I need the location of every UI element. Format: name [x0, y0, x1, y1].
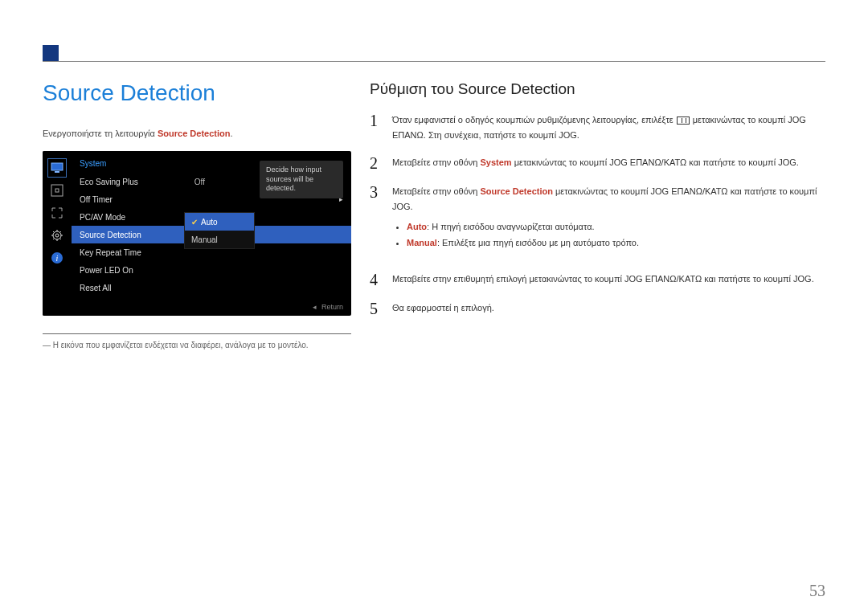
header-accent [43, 45, 59, 61]
svg-rect-0 [51, 163, 63, 170]
menu-label: Power LED On [80, 266, 176, 275]
picture-icon[interactable] [48, 182, 66, 199]
menu-reset-all[interactable]: Reset All [72, 279, 351, 296]
submenu-option-auto[interactable]: ✔Auto [185, 213, 254, 231]
step-number: 3 [370, 184, 392, 259]
menu-value: Off [176, 178, 205, 186]
osd-return[interactable]: ◂ Return [313, 303, 343, 311]
intro-text: Ενεργοποιήστε τη λειτουργία Source Detec… [43, 129, 351, 138]
right-column: Ρύθμιση του Source Detection 1 Όταν εμφα… [370, 80, 825, 329]
menu-label: Eco Saving Plus [80, 178, 176, 186]
gear-icon[interactable] [48, 227, 66, 244]
submenu-label: Manual [191, 235, 218, 244]
step-body: Μεταβείτε στην οθόνη Source Detection με… [392, 184, 825, 259]
step-1: 1 Όταν εμφανιστεί ο οδηγός κουμπιών ρυθμ… [370, 112, 825, 142]
menu-label: Source Detection [80, 231, 176, 239]
bullet-manual: Manual: Επιλέξτε μια πηγή εισόδου με μη … [407, 235, 825, 251]
submenu-label: Auto [201, 218, 218, 227]
intro-prefix: Ενεργοποιήστε τη λειτουργία [43, 129, 158, 138]
step-body: Όταν εμφανιστεί ο οδηγός κουμπιών ρυθμιζ… [392, 112, 825, 142]
menu-label: PC/AV Mode [80, 213, 176, 222]
svg-rect-2 [51, 185, 63, 196]
intro-suffix: . [230, 129, 232, 138]
menu-label: Off Timer [80, 195, 176, 204]
section-heading: Ρύθμιση του Source Detection [370, 80, 825, 98]
svg-point-5 [55, 234, 59, 237]
return-label: Return [321, 303, 343, 311]
step-5: 5 Θα εφαρμοστεί η επιλογή. [370, 300, 825, 317]
step-body: Θα εφαρμοστεί η επιλογή. [392, 300, 825, 317]
step2-keyword: System [480, 157, 511, 167]
step-4: 4 Μεταβείτε στην επιθυμητή επιλογή μετακ… [370, 272, 825, 288]
bullet-keyword: Manual [407, 238, 437, 247]
check-icon: ✔ [191, 218, 198, 227]
step3-keyword: Source Detection [480, 186, 552, 196]
svg-text:i: i [56, 254, 59, 263]
resize-icon[interactable] [48, 204, 66, 222]
osd-sidebar: i [43, 151, 72, 316]
menu-power-led[interactable]: Power LED On [72, 261, 351, 279]
step-number: 2 [370, 155, 392, 171]
bullet-text: : Επιλέξτε μια πηγή εισόδου με μη αυτόμα… [437, 238, 639, 247]
submenu: ✔Auto Manual [184, 212, 255, 249]
step-number: 5 [370, 300, 392, 317]
divider [43, 333, 351, 334]
footnote: Η εικόνα που εμφανίζεται ενδέχεται να δι… [43, 341, 351, 349]
submenu-option-manual[interactable]: Manual [185, 231, 254, 248]
step-body: Μεταβείτε στην επιθυμητή επιλογή μετακιν… [392, 272, 825, 288]
header-rule [43, 61, 825, 62]
step3-a: Μεταβείτε στην οθόνη [392, 186, 480, 196]
step-body: Μεταβείτε στην οθόνη System μετακινώντας… [392, 155, 825, 171]
bullet-auto: Auto: Η πηγή εισόδου αναγνωρίζεται αυτόμ… [407, 219, 825, 235]
step-number: 1 [370, 112, 392, 142]
step-3: 3 Μεταβείτε στην οθόνη Source Detection … [370, 184, 825, 259]
bullet-keyword: Auto [407, 222, 427, 231]
bullet-text: : Η πηγή εισόδου αναγνωρίζεται αυτόματα. [427, 222, 595, 231]
step2-a: Μεταβείτε στην οθόνη [392, 157, 480, 167]
steps-list: 1 Όταν εμφανιστεί ο οδηγός κουμπιών ρυθμ… [370, 112, 825, 317]
page-title: Source Detection [43, 80, 351, 106]
step2-b: μετακινώντας το κουμπί JOG ΕΠΑΝΩ/ΚΑΤΩ κα… [512, 157, 799, 167]
page-number: 53 [809, 582, 825, 600]
menu-label: Reset All [80, 284, 176, 292]
svg-rect-3 [55, 189, 59, 192]
step1-a: Όταν εμφανιστεί ο οδηγός κουμπιών ρυθμιζ… [392, 115, 676, 125]
bullets: Auto: Η πηγή εισόδου αναγνωρίζεται αυτόμ… [407, 219, 825, 251]
svg-rect-1 [55, 171, 59, 173]
left-column: Source Detection Ενεργοποιήστε τη λειτου… [43, 80, 351, 349]
intro-keyword: Source Detection [158, 129, 230, 138]
osd-tooltip: Decide how input sources will be detecte… [260, 161, 343, 198]
monitor-icon[interactable] [48, 159, 66, 177]
step-number: 4 [370, 272, 392, 288]
menu-grid-icon [677, 116, 690, 125]
step-2: 2 Μεταβείτε στην οθόνη System μετακινώντ… [370, 155, 825, 171]
osd-screenshot: i System Eco Saving PlusOff Off Timer▸ P… [43, 151, 351, 316]
chevron-left-icon: ◂ [313, 303, 317, 311]
info-icon[interactable]: i [48, 249, 66, 267]
menu-label: Key Repeat Time [80, 248, 176, 257]
